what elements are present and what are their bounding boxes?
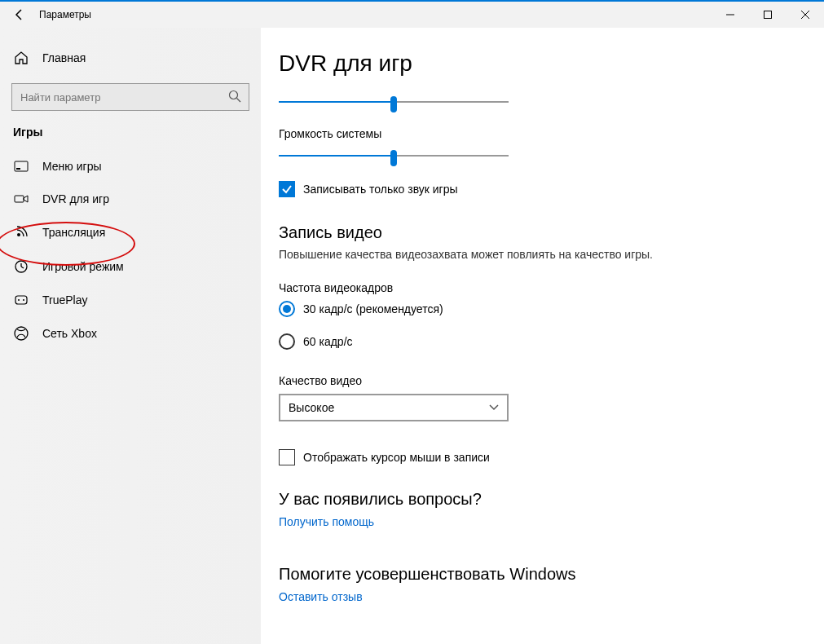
svg-line-5 <box>237 99 241 103</box>
radio-60fps[interactable]: 60 кадр/c <box>279 333 824 350</box>
svg-point-15 <box>15 327 28 340</box>
system-volume-label: Громкость системы <box>279 127 824 140</box>
dvr-icon <box>13 193 29 205</box>
sidebar-item-game-bar[interactable]: Меню игры <box>0 150 261 183</box>
page-title: DVR для игр <box>279 51 824 77</box>
search-input[interactable] <box>11 83 249 111</box>
sidebar-item-label: Трансляция <box>42 226 105 239</box>
svg-point-13 <box>18 299 20 301</box>
main-panel: DVR для игр Громкость системы Записывать… <box>261 28 824 644</box>
home-icon <box>13 51 29 65</box>
quality-select[interactable]: Высокое <box>279 394 509 421</box>
sidebar-item-label: Сеть Xbox <box>42 327 97 340</box>
radio-label: 60 кадр/c <box>303 335 353 348</box>
svg-point-14 <box>23 299 24 301</box>
svg-line-12 <box>21 267 24 268</box>
close-button[interactable] <box>787 2 824 28</box>
svg-point-4 <box>230 91 238 99</box>
sidebar-item-label: Меню игры <box>42 160 102 173</box>
back-button[interactable] <box>7 2 33 28</box>
svg-rect-6 <box>15 161 28 171</box>
sidebar-item-xbox[interactable]: Сеть Xbox <box>0 316 261 351</box>
feedback-title: Помогите усовершенствовать Windows <box>279 565 824 584</box>
svg-rect-1 <box>765 11 772 19</box>
radio-30fps[interactable]: 30 кадр/c (рекомендуется) <box>279 301 824 317</box>
broadcast-icon <box>13 225 29 240</box>
sidebar-item-dvr[interactable]: DVR для игр <box>0 183 261 215</box>
game-mode-icon <box>13 259 29 274</box>
feedback-link[interactable]: Оставить отзыв <box>279 590 363 603</box>
trueplay-icon <box>13 294 29 306</box>
close-icon <box>801 11 809 19</box>
sidebar-home[interactable]: Главная <box>0 42 261 73</box>
svg-rect-8 <box>15 196 24 202</box>
checkbox-label: Отображать курсор мыши в записи <box>303 451 490 464</box>
fps-label: Частота видеокадров <box>279 281 824 294</box>
chevron-down-icon <box>489 404 499 411</box>
help-title: У вас появились вопросы? <box>279 490 824 509</box>
checkbox-show-cursor[interactable] <box>279 449 295 465</box>
slider-system-volume[interactable] <box>279 147 509 166</box>
select-value: Высокое <box>289 401 334 414</box>
video-section-desc: Повышение качества видеозахвата может по… <box>279 247 654 263</box>
sidebar-item-label: TruePlay <box>42 293 88 307</box>
sidebar-item-label: DVR для игр <box>42 192 109 205</box>
svg-rect-7 <box>16 168 20 170</box>
svg-point-9 <box>17 233 20 236</box>
sidebar-item-game-mode[interactable]: Игровой режим <box>0 249 261 284</box>
arrow-left-icon <box>13 8 26 21</box>
radio-label: 30 кадр/c (рекомендуется) <box>303 302 443 315</box>
checkbox-label: Записывать только звук игры <box>303 183 458 196</box>
check-icon <box>281 183 293 195</box>
minimize-button[interactable] <box>712 2 749 28</box>
slider-mic-volume[interactable] <box>279 93 509 112</box>
maximize-button[interactable] <box>749 2 787 28</box>
sidebar-category: Игры <box>0 126 261 150</box>
help-link[interactable]: Получить помощь <box>279 515 374 528</box>
quality-label: Качество видео <box>279 374 824 387</box>
sidebar-item-label: Игровой режим <box>42 260 124 273</box>
xbox-icon <box>13 326 29 341</box>
checkbox-record-game-audio[interactable] <box>279 181 295 197</box>
game-bar-icon <box>13 161 29 172</box>
titlebar: Параметры <box>0 2 824 28</box>
window-title: Параметры <box>39 9 91 20</box>
sidebar: Главная Игры Меню игры DVR для игр Транс… <box>0 28 261 644</box>
minimize-icon <box>726 11 734 19</box>
sidebar-item-broadcast[interactable]: Трансляция <box>0 215 261 249</box>
sidebar-item-trueplay[interactable]: TruePlay <box>0 284 261 316</box>
maximize-icon <box>764 11 772 19</box>
sidebar-home-label: Главная <box>42 51 86 64</box>
search-icon <box>228 90 241 106</box>
video-section-title: Запись видео <box>279 223 824 242</box>
